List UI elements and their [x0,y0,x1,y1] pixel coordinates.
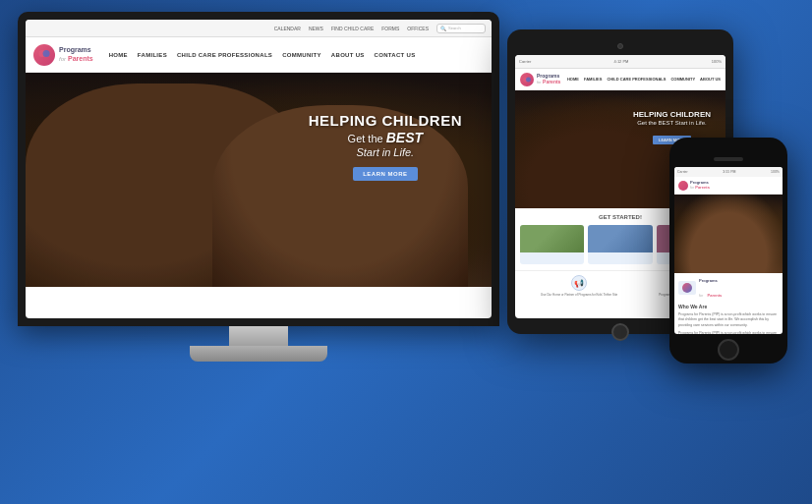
phone-logo-badge-inner [682,283,692,293]
phone-speaker [714,157,743,161]
logo-text-block: Programs for Parents [59,45,93,64]
hero-learn-more-button[interactable]: LEARN MORE [353,167,417,181]
tablet-time: 4:12 PM [614,59,629,64]
topbar-news[interactable]: NEWS [309,26,323,31]
phone-content-for: for [699,294,703,298]
nav-contactus[interactable]: CONTACT US [375,52,416,58]
phone-hero-person [674,195,783,273]
tablet-nav-aboutus[interactable]: ABOUT US [700,77,721,82]
hero-headline: HELPING CHILDREN Get the BEST Start in L… [309,112,462,159]
monitor-screen: CALENDAR NEWS FIND CHILD CARE FORMS OFFI… [26,20,492,318]
phone-content-parents: Parents [708,293,723,298]
svg-point-1 [43,50,50,57]
nav-families[interactable]: FAMILIES [138,52,167,58]
tablet-icon-announcement[interactable]: 📢 Use Our Home or Partner of Programs fo… [541,275,617,297]
phone-screen: Carrier 3:55 PM 100% Programs for Parent… [674,167,783,334]
tablet-logo-text: Programs for Parents [537,73,560,85]
desktop-logo: Programs for Parents [33,44,93,66]
tablet-nav-community[interactable]: COMMUNITY [670,77,695,82]
search-placeholder: Search [448,26,461,30]
phone-content-text2: Programs for Parents (PfP) is a non-prof… [678,331,779,334]
desktop-nav-items: HOME FAMILIES CHILD CARE PROFESSIONALS C… [109,52,416,58]
phone-hero [674,195,783,273]
desktop-navbar: Programs for Parents HOME FAMILIES CHILD… [26,37,492,73]
hero-line2: Get the BEST [309,130,462,146]
phone-device: Carrier 3:55 PM 100% Programs for Parent… [669,138,787,364]
phone-logo-text: Programs for Parents [690,181,710,191]
tablet-nav-childcare[interactable]: CHILD CARE PROFESSIONALS [607,77,666,82]
topbar-calendar[interactable]: CALENDAR [274,26,301,31]
monitor-base [190,346,327,362]
topbar-offices[interactable]: OFFICES [407,26,429,31]
phone-statusbar: Carrier 3:55 PM 100% [674,167,783,177]
desktop-hero: HELPING CHILDREN Get the BEST Start in L… [26,73,492,287]
phone-logo-icon [678,181,688,191]
phone-carrier: Carrier [677,170,688,174]
phone-home-button[interactable] [718,339,739,361]
phone-frame: Carrier 3:55 PM 100% Programs for Parent… [669,138,787,364]
tablet-card-label-1 [520,252,584,256]
tablet-card-2 [588,225,652,264]
topbar-items: CALENDAR NEWS FIND CHILD CARE FORMS OFFI… [274,26,429,31]
search-box[interactable]: 🔍 Search [436,24,486,33]
phone-content-text: Programs for Parents (PfP) is a non-prof… [678,312,779,328]
tablet-nav-home[interactable]: HOME [567,77,579,82]
tablet-statusbar: Carrier 4:12 PM 100% [515,55,725,69]
tablet-carrier: Carrier [519,59,531,64]
topbar-findchildcare[interactable]: FIND CHILD CARE [331,26,374,31]
search-icon: 🔍 [440,26,446,31]
tablet-hero-headline: HELPING CHILDREN Get the BEST Start in L… [633,110,711,128]
monitor-neck [229,326,288,346]
phone-logo-for: for [690,186,694,190]
phone-battery: 100% [771,170,780,174]
logo-for: for [59,56,66,62]
phone-section-title: Who We Are [678,304,779,309]
logo-icon [33,44,55,66]
tablet-card-label-2 [588,252,652,256]
phone-content: Programs for Parents Who We Are Programs… [674,273,783,334]
monitor-frame: CALENDAR NEWS FIND CHILD CARE FORMS OFFI… [18,12,499,326]
logo-parents: Parents [68,55,93,62]
tablet-card-photo-2 [588,225,652,252]
logo-programs: Programs [59,46,91,53]
tablet-camera [617,43,623,49]
phone-navbar: Programs for Parents [674,177,783,195]
nav-home[interactable]: HOME [109,52,128,58]
announcement-icon: 📢 [571,275,587,291]
hero-line1: HELPING CHILDREN [309,112,462,130]
desktop-topbar: CALENDAR NEWS FIND CHILD CARE FORMS OFFI… [26,20,492,37]
topbar-forms[interactable]: FORMS [381,26,399,31]
nav-community[interactable]: COMMUNITY [282,52,321,58]
nav-aboutus[interactable]: ABOUT US [331,52,365,58]
nav-childcare[interactable]: CHILD CARE PROFESSIONALS [177,52,272,58]
tablet-home-button[interactable] [611,323,629,341]
tablet-icon-label-1: Use Our Home or Partner of Programs for … [541,293,617,297]
tablet-battery: 100% [712,59,722,64]
tablet-nav-families[interactable]: FAMILIES [584,77,602,82]
hero-line3: Start in Life. [309,146,462,159]
phone-logo-parents: Parents [695,185,710,190]
tablet-navbar: Programs for Parents HOME FAMILIES CHILD… [515,69,725,90]
tablet-logo-parents: Parents [543,79,560,84]
tablet-logo-for: for [537,80,542,84]
tablet-nav-items: HOME FAMILIES CHILD CARE PROFESSIONALS C… [567,77,721,82]
hero-text: HELPING CHILDREN Get the BEST Start in L… [309,112,462,181]
desktop-monitor: CALENDAR NEWS FIND CHILD CARE FORMS OFFI… [18,12,499,361]
svg-point-3 [526,77,531,82]
tablet-card-1 [520,225,584,264]
phone-time: 3:55 PM [723,170,735,174]
phone-logo-badge [678,281,696,295]
tablet-card-photo-1 [520,225,584,252]
tablet-logo-icon [520,73,534,86]
